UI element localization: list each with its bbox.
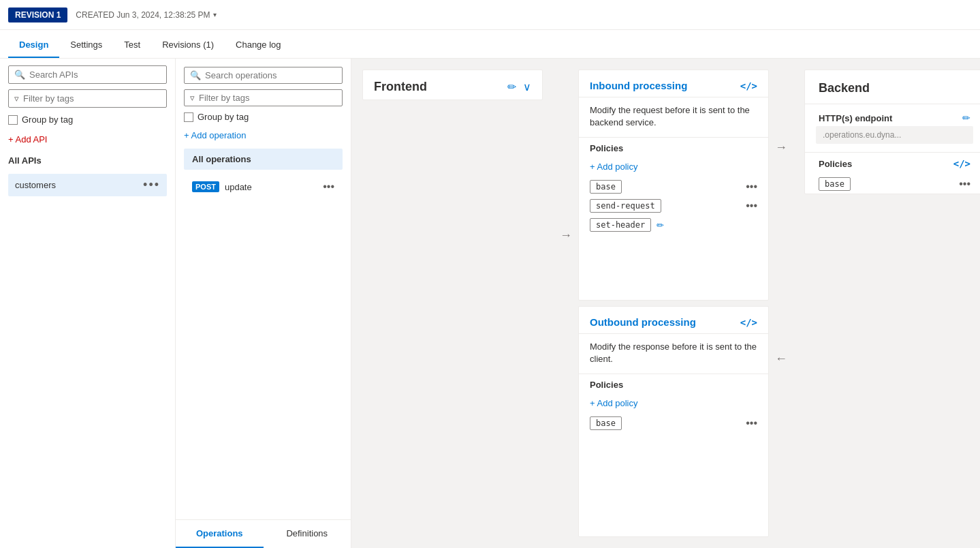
add-operation-button[interactable]: + Add operation bbox=[184, 127, 343, 143]
chevron-down-icon[interactable]: ▾ bbox=[213, 11, 217, 18]
frontend-panel-header: Frontend ✏ ∨ bbox=[363, 70, 542, 100]
tab-definitions[interactable]: Definitions bbox=[264, 520, 351, 548]
operations-search-wrap: 🔍 bbox=[184, 67, 343, 84]
tab-revisions[interactable]: Revisions (1) bbox=[151, 33, 225, 58]
arrow-left-col: ← bbox=[769, 352, 793, 366]
operations-group-by[interactable]: Group by tag bbox=[184, 112, 343, 122]
apis-filter-wrap: ▿ bbox=[8, 89, 167, 108]
add-api-button[interactable]: + Add API bbox=[8, 132, 167, 147]
arrow-right-icon: → bbox=[554, 228, 578, 243]
tabs-bar: Design Settings Test Revisions (1) Chang… bbox=[0, 30, 980, 59]
outbound-policy-base-tag: base bbox=[590, 416, 622, 430]
group-by-label: Group by tag bbox=[197, 112, 249, 122]
inbound-policies-row: Policies bbox=[579, 137, 768, 159]
tab-settings[interactable]: Settings bbox=[59, 33, 113, 58]
arrow-right-col: → bbox=[554, 228, 578, 243]
tab-operations[interactable]: Operations bbox=[176, 520, 264, 548]
apis-search-wrap: 🔍 bbox=[8, 65, 167, 84]
tab-changelog[interactable]: Change log bbox=[225, 33, 292, 58]
backend-panel: Backend HTTP(s) endpoint ✏ .operations.e… bbox=[804, 70, 980, 194]
outbound-header: Outbound processing </> bbox=[579, 307, 768, 334]
outbound-policy-base: base ••• bbox=[579, 414, 768, 433]
operations-sidebar: 🔍 ▿ Group by tag + Add operation All ope… bbox=[176, 59, 351, 548]
backend-endpoint-label: HTTP(s) endpoint bbox=[819, 113, 892, 123]
operations-tab-label: Operations bbox=[196, 528, 243, 538]
apis-sidebar: 🔍 ▿ Group by tag + Add API All APIs cust… bbox=[0, 59, 176, 548]
api-item-customers[interactable]: customers ••• bbox=[8, 174, 167, 196]
content-area: Frontend ✏ ∨ → Inbound processing </> bbox=[351, 59, 980, 548]
backend-url: .operations.eu.dyna... bbox=[816, 126, 973, 144]
inbound-policy-set-header-tag: set-header bbox=[590, 218, 651, 232]
backend-endpoint-row: HTTP(s) endpoint ✏ bbox=[805, 104, 980, 126]
post-badge: POST bbox=[192, 181, 219, 192]
outbound-add-policy-button[interactable]: + Add policy bbox=[579, 395, 768, 414]
operations-filter-wrap: ▿ bbox=[184, 89, 343, 106]
backend-policy-base-tag: base bbox=[819, 177, 851, 191]
inbound-policy-base: base ••• bbox=[579, 177, 768, 196]
inbound-policy-send-request: send-request ••• bbox=[579, 196, 768, 215]
add-operation-label: + Add operation bbox=[184, 130, 246, 140]
inbound-policy-send-request-tag: send-request bbox=[590, 199, 661, 213]
inbound-body: Modify the request before it is sent to … bbox=[579, 97, 768, 300]
search-icon: 🔍 bbox=[190, 70, 201, 80]
all-operations-item[interactable]: All operations bbox=[184, 149, 343, 170]
backend-policy-base: base ••• bbox=[805, 174, 980, 194]
outbound-policies-row: Policies bbox=[579, 374, 768, 395]
operations-filter-input[interactable] bbox=[199, 93, 336, 103]
search-icon: 🔍 bbox=[14, 70, 25, 80]
arrow-right-icon-2: → bbox=[769, 140, 793, 155]
created-text: CREATED Jun 3, 2024, 12:38:25 PM bbox=[76, 10, 210, 20]
outbound-code-icon[interactable]: </> bbox=[740, 317, 757, 328]
outbound-panel: Outbound processing </> Modify the respo… bbox=[578, 306, 769, 537]
backend-code-icon[interactable]: </> bbox=[953, 158, 970, 169]
panels-row: Frontend ✏ ∨ → Inbound processing </> bbox=[351, 59, 980, 548]
inbound-description: Modify the request before it is sent to … bbox=[579, 97, 768, 137]
frontend-header-icons: ✏ ∨ bbox=[507, 80, 531, 93]
add-policy-label: + Add policy bbox=[590, 162, 637, 172]
operations-sidebar-top: 🔍 ▿ Group by tag + Add operation All ope… bbox=[176, 59, 351, 519]
apis-group-by[interactable]: Group by tag bbox=[8, 113, 167, 126]
main-layout: 🔍 ▿ Group by tag + Add API All APIs cust… bbox=[0, 59, 980, 548]
inbound-policy-send-request-dots[interactable]: ••• bbox=[746, 200, 757, 212]
operation-item-update[interactable]: POST update ••• bbox=[184, 175, 343, 198]
backend-title: Backend bbox=[819, 81, 870, 95]
backend-header: Backend bbox=[805, 70, 980, 104]
frontend-panel: Frontend ✏ ∨ bbox=[362, 70, 543, 100]
inbound-policy-base-dots[interactable]: ••• bbox=[746, 181, 757, 193]
created-info: CREATED Jun 3, 2024, 12:38:25 PM ▾ bbox=[76, 10, 216, 20]
apis-search-input[interactable] bbox=[29, 70, 161, 80]
filter-icon: ▿ bbox=[14, 93, 19, 104]
inbound-policies-label: Policies bbox=[590, 143, 623, 153]
add-api-label: + Add API bbox=[8, 134, 47, 144]
frontend-chevron-icon[interactable]: ∨ bbox=[523, 80, 531, 93]
apis-filter-input[interactable] bbox=[23, 93, 161, 104]
operations-sidebar-footer: Operations Definitions bbox=[176, 519, 351, 548]
revision-badge: REVISION 1 bbox=[8, 7, 67, 22]
processing-column: Inbound processing </> Modify the reques… bbox=[578, 70, 769, 537]
operations-search-input[interactable] bbox=[205, 70, 336, 80]
top-bar: REVISION 1 CREATED Jun 3, 2024, 12:38:25… bbox=[0, 0, 980, 30]
arrow-left-icon: ← bbox=[769, 352, 793, 366]
inbound-policy-base-tag: base bbox=[590, 180, 622, 194]
group-by-label: Group by tag bbox=[22, 115, 73, 125]
backend-policy-base-dots[interactable]: ••• bbox=[959, 178, 970, 190]
tab-test[interactable]: Test bbox=[113, 33, 151, 58]
inbound-header: Inbound processing </> bbox=[579, 70, 768, 97]
backend-edit-icon[interactable]: ✏ bbox=[962, 112, 970, 123]
inbound-code-icon[interactable]: </> bbox=[740, 80, 757, 91]
api-item-dots[interactable]: ••• bbox=[143, 178, 160, 192]
tab-design[interactable]: Design bbox=[8, 33, 59, 58]
outbound-policy-base-dots[interactable]: ••• bbox=[746, 417, 757, 429]
inbound-add-policy-button[interactable]: + Add policy bbox=[579, 159, 768, 177]
frontend-edit-icon[interactable]: ✏ bbox=[507, 80, 516, 93]
group-by-checkbox[interactable] bbox=[184, 112, 193, 122]
arrow-right-col-2: → bbox=[769, 140, 793, 155]
operation-dots[interactable]: ••• bbox=[323, 181, 334, 193]
inbound-set-header-edit-icon[interactable]: ✏ bbox=[657, 220, 664, 230]
group-by-checkbox[interactable] bbox=[8, 115, 18, 125]
backend-policies-row: Policies </> bbox=[805, 152, 980, 174]
backend-policies-label: Policies bbox=[819, 159, 852, 169]
outbound-title: Outbound processing bbox=[590, 316, 696, 328]
api-item-label: customers bbox=[15, 180, 56, 190]
inbound-panel: Inbound processing </> Modify the reques… bbox=[578, 70, 769, 301]
